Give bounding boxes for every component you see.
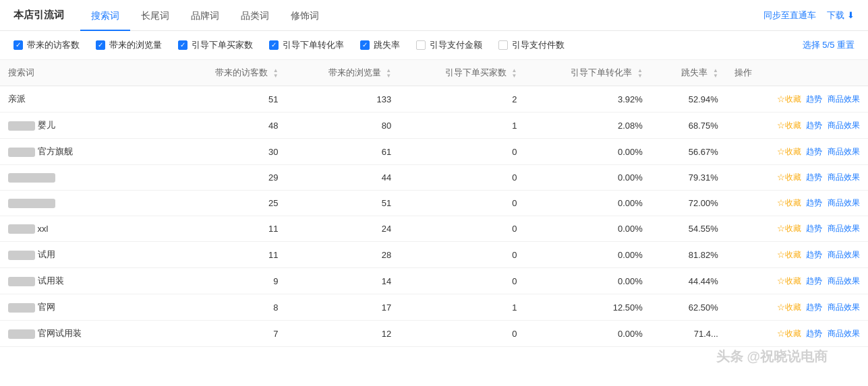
action-cell-4: ☆收藏 趋势 商品效果 bbox=[726, 191, 868, 216]
table-row: 官网817112.50%62.50% ☆收藏 趋势 商品效果 bbox=[0, 294, 868, 321]
page-title: 本店引流词 bbox=[13, 9, 64, 22]
cell-5-4: 54.55% bbox=[651, 216, 726, 242]
cell-6-3: 0.00% bbox=[525, 242, 651, 268]
trend-button-8[interactable]: 趋势 bbox=[806, 302, 822, 312]
trend-button-6[interactable]: 趋势 bbox=[806, 250, 822, 259]
cell-7-3: 0.00% bbox=[525, 268, 651, 294]
keyword-cell-8: 官网 bbox=[0, 294, 173, 321]
filter-checkbox-2[interactable]: ✓ 引导下单买家数 bbox=[178, 39, 253, 51]
checkbox-icon-0: ✓ bbox=[13, 40, 23, 50]
filter-checkbox-6[interactable]: 引导支付件数 bbox=[498, 39, 565, 51]
cell-1-3: 2.08% bbox=[525, 112, 651, 139]
header: 本店引流词 搜索词长尾词品牌词品类词修饰词 同步至直通车 下载 ⬇ bbox=[0, 0, 868, 31]
cell-2-1: 61 bbox=[287, 139, 400, 165]
cell-0-4: 52.94% bbox=[651, 86, 726, 112]
collect-button-9[interactable]: ☆收藏 bbox=[777, 329, 801, 338]
cell-7-1: 14 bbox=[287, 268, 400, 294]
trend-button-5[interactable]: 趋势 bbox=[806, 224, 822, 233]
trend-button-4[interactable]: 趋势 bbox=[806, 198, 822, 207]
keyword-cell-3 bbox=[0, 165, 173, 191]
action-cell-6: ☆收藏 趋势 商品效果 bbox=[726, 242, 868, 268]
filter-checkbox-0[interactable]: ✓ 带来的访客数 bbox=[13, 39, 80, 51]
cell-8-3: 12.50% bbox=[525, 294, 651, 321]
trend-button-0[interactable]: 趋势 bbox=[806, 94, 822, 104]
col-header-2[interactable]: 带来的浏览量 ▲▼ bbox=[287, 60, 400, 86]
checkbox-icon-1: ✓ bbox=[96, 40, 105, 50]
cell-0-2: 2 bbox=[399, 86, 525, 112]
collect-button-3[interactable]: ☆收藏 bbox=[777, 172, 801, 182]
cell-3-1: 44 bbox=[287, 165, 400, 191]
col-header-0: 搜索词 bbox=[0, 60, 173, 86]
nav-tab-3[interactable]: 品类词 bbox=[230, 0, 280, 31]
collect-button-0[interactable]: ☆收藏 bbox=[777, 94, 801, 104]
cell-1-1: 80 bbox=[287, 112, 400, 139]
effect-button-3[interactable]: 商品效果 bbox=[828, 172, 860, 182]
col-header-6: 操作 bbox=[726, 60, 868, 86]
filter-selection-label[interactable]: 选择 5/5 重置 bbox=[803, 39, 855, 51]
cell-4-1: 51 bbox=[287, 191, 400, 216]
nav-tab-2[interactable]: 品牌词 bbox=[180, 0, 230, 31]
filter-checkbox-4[interactable]: ✓ 跳失率 bbox=[360, 39, 400, 51]
nav-tab-1[interactable]: 长尾词 bbox=[130, 0, 180, 31]
collect-button-2[interactable]: ☆收藏 bbox=[777, 147, 801, 156]
trend-button-7[interactable]: 趋势 bbox=[806, 276, 822, 286]
cell-8-1: 17 bbox=[287, 294, 400, 321]
collect-button-7[interactable]: ☆收藏 bbox=[777, 276, 801, 286]
blurred-prefix bbox=[8, 121, 35, 131]
action-cell-9: ☆收藏 趋势 商品效果 bbox=[726, 321, 868, 347]
nav-tabs: 搜索词长尾词品牌词品类词修饰词 bbox=[80, 0, 330, 31]
col-header-4[interactable]: 引导下单转化率 ▲▼ bbox=[525, 60, 651, 86]
collect-button-6[interactable]: ☆收藏 bbox=[777, 250, 801, 259]
table-row: 255100.00%72.00% ☆收藏 趋势 商品效果 bbox=[0, 191, 868, 216]
blurred-keyword bbox=[8, 199, 55, 208]
collect-button-5[interactable]: ☆收藏 bbox=[777, 224, 801, 233]
cell-0-3: 3.92% bbox=[525, 86, 651, 112]
filter-checkbox-1[interactable]: ✓ 带来的浏览量 bbox=[96, 39, 162, 51]
col-header-5[interactable]: 跳失率 ▲▼ bbox=[651, 60, 726, 86]
keyword-cell-5: xxl bbox=[0, 216, 173, 242]
table-container: 搜索词带来的访客数 ▲▼带来的浏览量 ▲▼引导下单买家数 ▲▼引导下单转化率 ▲… bbox=[0, 60, 868, 347]
effect-button-5[interactable]: 商品效果 bbox=[828, 224, 860, 233]
blurred-prefix bbox=[8, 148, 35, 157]
nav-tab-4[interactable]: 修饰词 bbox=[280, 0, 330, 31]
download-button[interactable]: 下载 ⬇ bbox=[827, 9, 855, 22]
trend-button-3[interactable]: 趋势 bbox=[806, 172, 822, 182]
cell-7-0: 9 bbox=[173, 268, 287, 294]
col-header-1[interactable]: 带来的访客数 ▲▼ bbox=[173, 60, 287, 86]
collect-button-4[interactable]: ☆收藏 bbox=[777, 198, 801, 207]
cell-3-3: 0.00% bbox=[525, 165, 651, 191]
cell-3-0: 29 bbox=[173, 165, 287, 191]
effect-button-0[interactable]: 商品效果 bbox=[828, 94, 860, 104]
checkbox-icon-4: ✓ bbox=[360, 40, 370, 50]
effect-button-2[interactable]: 商品效果 bbox=[828, 147, 860, 156]
blurred-prefix bbox=[8, 329, 35, 339]
cell-0-1: 133 bbox=[287, 86, 400, 112]
filter-checkbox-5[interactable]: 引导支付金额 bbox=[416, 39, 482, 51]
effect-button-7[interactable]: 商品效果 bbox=[828, 276, 860, 286]
col-header-3[interactable]: 引导下单买家数 ▲▼ bbox=[399, 60, 525, 86]
keyword-cell-9: 官网试用装 bbox=[0, 321, 173, 347]
sync-button[interactable]: 同步至直通车 bbox=[763, 9, 816, 22]
trend-button-9[interactable]: 趋势 bbox=[806, 329, 822, 338]
cell-5-0: 11 bbox=[173, 216, 287, 242]
effect-button-8[interactable]: 商品效果 bbox=[828, 302, 860, 312]
table-row: 试用112800.00%81.82% ☆收藏 趋势 商品效果 bbox=[0, 242, 868, 268]
effect-button-1[interactable]: 商品效果 bbox=[828, 121, 860, 130]
blurred-prefix bbox=[8, 303, 35, 313]
effect-button-9[interactable]: 商品效果 bbox=[828, 329, 860, 338]
nav-tab-0[interactable]: 搜索词 bbox=[80, 0, 130, 31]
cell-0-0: 51 bbox=[173, 86, 287, 112]
blurred-keyword bbox=[8, 173, 55, 183]
collect-button-8[interactable]: ☆收藏 bbox=[777, 302, 801, 312]
filter-checkbox-3[interactable]: ✓ 引导下单转化率 bbox=[269, 39, 344, 51]
cell-2-4: 56.67% bbox=[651, 139, 726, 165]
cell-9-3: 0.00% bbox=[525, 321, 651, 347]
data-table: 搜索词带来的访客数 ▲▼带来的浏览量 ▲▼引导下单买家数 ▲▼引导下单转化率 ▲… bbox=[0, 60, 868, 347]
effect-button-6[interactable]: 商品效果 bbox=[828, 250, 860, 259]
action-cell-2: ☆收藏 趋势 商品效果 bbox=[726, 139, 868, 165]
trend-button-1[interactable]: 趋势 bbox=[806, 121, 822, 130]
keyword-cell-2: 官方旗舰 bbox=[0, 139, 173, 165]
trend-button-2[interactable]: 趋势 bbox=[806, 147, 822, 156]
collect-button-1[interactable]: ☆收藏 bbox=[777, 121, 801, 130]
effect-button-4[interactable]: 商品效果 bbox=[828, 198, 860, 207]
